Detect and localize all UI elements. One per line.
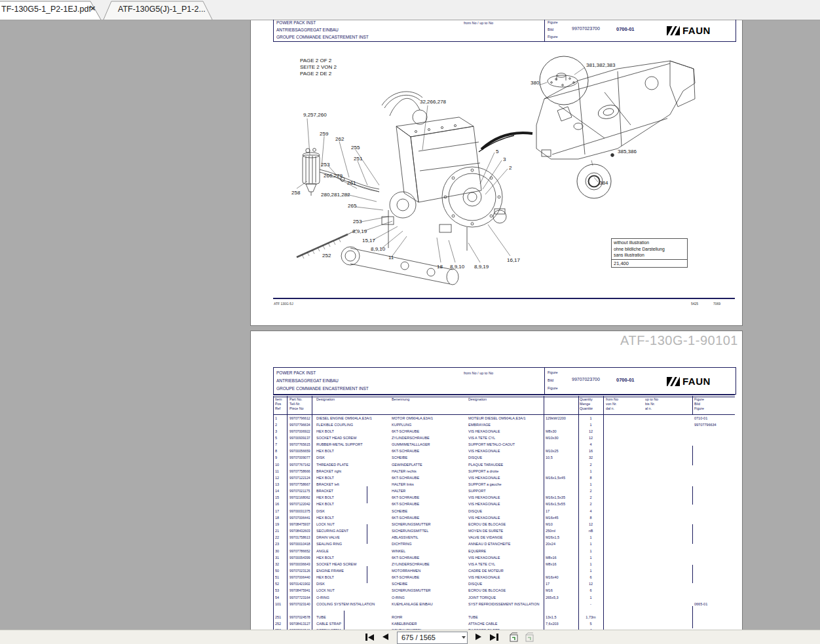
watermark-text: ATF-130G-1-90101	[620, 333, 738, 348]
table-cell: 265x5,3	[546, 594, 578, 601]
table-cell: 99708432603	[289, 528, 311, 534]
table-cell: VIS HEXAGONALE	[468, 494, 543, 501]
doc-title-de: ANTRIEBSAGGREGAT EINBAU	[276, 378, 339, 383]
table-cell: VIS HEXAGONALE	[468, 501, 543, 507]
table-cell: MOTEUR DIESEL OM904LA,E3A/1	[468, 415, 543, 421]
table-cell: ANNEAU D ETANCHEITE	[468, 541, 543, 547]
table-row: 899700056659HEX BOLT6KT-SCHRAUBEVIS HEXA…	[273, 448, 735, 454]
table-cell: 52	[275, 581, 286, 587]
table-cell: 99707723164	[289, 594, 311, 601]
previous-view-icon[interactable]	[508, 632, 519, 643]
table-cell: DRAIN VALVE	[316, 534, 391, 541]
page-number-combobox[interactable]: 675 / 1565	[397, 632, 468, 644]
table-row: 3199700054399HEX BOLT6KT-SCHRAUBEVIS HEX…	[273, 554, 735, 561]
table-cell: GUMMIMETALLLAGER	[392, 441, 468, 448]
next-view-icon[interactable]	[524, 632, 535, 643]
table-cell: 14	[275, 488, 286, 494]
table-cell: HALTER	[392, 488, 468, 494]
table-cell: TUBE	[468, 614, 543, 620]
table-cell: PLAQUE TARAUDEE	[468, 461, 543, 468]
table-cell: 99700010418	[289, 541, 311, 547]
table-cell: 99707796612	[289, 415, 311, 421]
table-cell: LOCK NUT	[316, 587, 391, 594]
table-cell: VIS HEXAGONALE	[468, 574, 543, 581]
diagram-callout-label: 253	[321, 162, 329, 168]
tab-close-icon[interactable]: ×	[90, 3, 96, 13]
table-row: 5499707723164O-RINGO-RINGJOINT TORIQUE26…	[273, 594, 735, 601]
table-row: 1499707021175BRACKETHALTERSUPPORT2	[273, 488, 735, 494]
diagram-callout-label: 251	[354, 156, 362, 162]
table-cell: SICHERUNGSMUTTER	[392, 587, 468, 594]
table-cell: 13	[275, 481, 286, 488]
previous-page-button[interactable]	[382, 634, 388, 640]
table-row: 2399700010418SEALING RINGDICHTRINGANNEAU…	[273, 541, 735, 547]
group-bracket-line	[344, 611, 345, 630]
table-cell: KUPPLUNG	[392, 421, 468, 428]
table-cell: 0710-01	[694, 415, 735, 421]
table-cell: 99700031375	[289, 508, 311, 514]
table-cell: 10,5	[546, 454, 578, 461]
table-cell: VIS HEXAGONALE	[468, 428, 543, 435]
group-bracket-line	[692, 524, 693, 544]
diagram-callout-label: 266,279	[324, 173, 343, 179]
table-cell: 12	[275, 474, 286, 481]
table-cell: M8x16	[546, 561, 578, 567]
wo-line-fr: sans illustration	[614, 252, 685, 259]
table-cell: M8x30	[546, 428, 578, 435]
diagram-callout-label: 280,281,282	[321, 192, 350, 198]
table-cell: 12	[578, 581, 603, 587]
next-page-button[interactable]	[475, 634, 481, 640]
pdf-page-2: ATF-130G-1-90101 POWER PACK INST ANTRIEB…	[250, 331, 743, 630]
table-cell: 1	[578, 554, 603, 561]
table-cell: ZYLINDERSCHRAUBE	[392, 435, 468, 441]
table-cell: LOCK NUT	[316, 521, 391, 528]
doc-header-page2: POWER PACK INST ANTRIEBSAGGREGAT EINBAU …	[273, 367, 736, 395]
table-cell: 99707767162	[289, 461, 311, 468]
first-page-button[interactable]	[365, 634, 374, 641]
table-cell: HEX BOLT	[316, 494, 391, 501]
faun-logo-icon	[667, 377, 680, 386]
table-cell: ANGLE	[316, 548, 391, 554]
diagram-callout-label: 8,9,19	[352, 228, 367, 234]
table-cell: SUPPORT	[468, 488, 543, 494]
pdf-viewer-canvas[interactable]: POWER PACK INST ANTRIEBSAGGREGAT EINBAU …	[0, 20, 820, 630]
table-cell: HEX BOLT	[316, 574, 391, 581]
diagram-callout-label: 2	[509, 165, 512, 171]
wo-value: 21,400	[611, 259, 688, 268]
table-cell: 4	[578, 441, 603, 448]
page-indicator[interactable]: 675 / 1565	[401, 634, 436, 641]
table-cell: 1	[578, 594, 603, 601]
table-cell: DISK	[316, 508, 391, 514]
diagram-callout-label: 265	[348, 203, 356, 209]
table-cell: EQUERRE	[468, 548, 543, 554]
pdf-toolbar: 675 / 1565	[0, 630, 820, 644]
footer-number-right: 7069	[713, 302, 720, 306]
chevron-down-icon[interactable]	[462, 636, 466, 639]
table-cell: HEX BOLT	[316, 448, 391, 454]
range-label: from No / up to No	[464, 371, 493, 375]
table-row: 1199707758666BRACKET rightHALTER rechtsS…	[273, 468, 735, 474]
table-cell: 32	[578, 454, 603, 461]
table-cell: 99707122042	[289, 501, 311, 507]
table-cell: DICHTRING	[392, 541, 468, 547]
table-cell: 17	[546, 508, 578, 514]
diagram-callout-label: 8,9,10	[450, 264, 464, 270]
table-cell: 6KT-SCHRAUBE	[392, 428, 468, 435]
table-cell: ROHR	[392, 614, 468, 620]
tab-inactive[interactable]: ATF-130G5(J)-1_P1-2...	[118, 5, 206, 14]
table-cell: 0665-01	[694, 601, 735, 607]
table-cell: 99701421902	[289, 581, 311, 587]
table-cell: M8x16	[546, 554, 578, 561]
table-cell: 10	[275, 461, 286, 468]
diagram-callout-label: 9,257,260	[303, 112, 327, 118]
doc-title-en: POWER PACK INST	[276, 370, 316, 375]
diagram-callout-label: 255	[351, 145, 360, 151]
table-cell: WINKEL	[392, 548, 468, 554]
last-page-button[interactable]	[490, 634, 498, 641]
table-row: 1599702168062HEX BOLT6KT-SCHRAUBEVIS HEX…	[273, 494, 735, 501]
tab-active[interactable]: TF-130G5-1_P2-1EJ.pdf	[1, 5, 91, 14]
table-cell: 22	[275, 534, 286, 541]
table-cell: 5	[578, 620, 603, 627]
table-cell: 12	[578, 428, 603, 435]
table-row: 1399707758667BRACKET leftHALTER linksSUP…	[273, 481, 735, 488]
